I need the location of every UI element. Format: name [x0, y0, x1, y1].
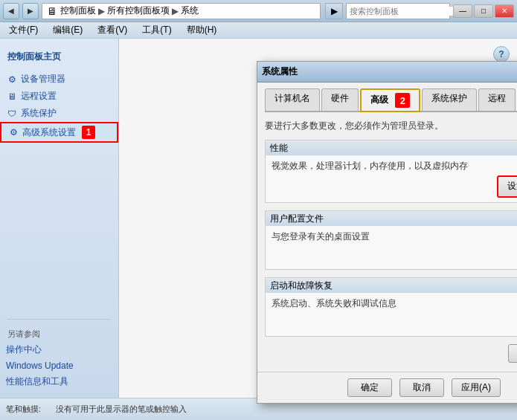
back-button[interactable]: ◀ [3, 3, 19, 19]
performance-title: 性能 [266, 140, 517, 155]
dialog-notice: 要进行大多数更改，您必须作为管理员登录。 [265, 120, 517, 132]
dialog-content: 计算机名 硬件 高级 2 系统保护 远程 要进行大多数更改，您必须作为管理员登录… [257, 83, 517, 372]
dialog-title: 系统属性 [262, 65, 517, 78]
sidebar-item-device-manager[interactable]: ⚙ 设备管理器 [0, 71, 118, 88]
forward-button[interactable]: ▶ [22, 3, 39, 19]
main-window: ◀ ▶ 🖥 控制面板 ▶ 所有控制面板项 ▶ 系统 ▶ 🔍 — □ ✕ 文件(F… [0, 0, 517, 420]
menu-bar: 文件(F) 编辑(E) 查看(V) 工具(T) 帮助(H) [0, 22, 517, 39]
startup-recovery-desc: 系统启动、系统失败和调试信息 [272, 297, 517, 310]
search-input[interactable] [347, 7, 455, 16]
close-button[interactable]: ✕ [495, 4, 514, 18]
minimize-button[interactable]: — [453, 4, 472, 18]
content-area: 控制面板主页 ⚙ 设备管理器 🖥 远程设置 🛡 系统保护 ⚙ 高级系统设置 1 … [0, 39, 517, 398]
menu-file[interactable]: 文件(F) [4, 23, 42, 37]
search-bar[interactable]: 🔍 [346, 3, 450, 19]
sidebar-item-action-center[interactable]: 操作中心 [0, 341, 118, 358]
main-content: 系统属性 ✕ 计算机名 硬件 高级 2 系统保护 远程 [119, 39, 517, 398]
tab-bar: 计算机名 硬件 高级 2 系统保护 远程 [265, 88, 517, 112]
performance-desc: 视觉效果，处理器计划，内存使用，以及虚拟内存 [272, 160, 517, 172]
sidebar-item-performance-info[interactable]: 性能信息和工具 [0, 373, 118, 390]
tab-remote[interactable]: 远程 [478, 88, 516, 111]
sidebar-item-windows-update[interactable]: Windows Update [0, 358, 118, 373]
advanced-settings-icon: ⚙ [7, 126, 19, 138]
system-properties-dialog: 系统属性 ✕ 计算机名 硬件 高级 2 系统保护 远程 [257, 61, 517, 404]
address-icon: 🖥 [47, 5, 57, 17]
startup-recovery-title: 启动和故障恢复 [266, 278, 517, 293]
nav-buttons: ◀ ▶ [3, 3, 39, 19]
sidebar-item-remote-settings[interactable]: 🖥 远程设置 [0, 88, 118, 105]
address-sep1: ▶ [98, 6, 105, 16]
sidebar-label-system-protection: 系统保护 [21, 107, 57, 120]
dialog-apply-button[interactable]: 应用(A) [452, 378, 501, 397]
annotation-badge-2: 2 [395, 93, 410, 108]
action-center-label: 操作中心 [6, 343, 42, 356]
sidebar-item-advanced-settings[interactable]: ⚙ 高级系统设置 1 [0, 122, 118, 143]
tab-system-protection[interactable]: 系统保护 [422, 88, 477, 111]
remote-settings-icon: 🖥 [6, 91, 18, 103]
help-button[interactable]: ? [493, 46, 510, 62]
performance-btn-row: 设置(S)... 3 [272, 175, 517, 198]
performance-info-label: 性能信息和工具 [6, 375, 68, 388]
user-profiles-btn-row: 设置(E)... [272, 246, 517, 265]
sidebar-title: 控制面板主页 [7, 51, 111, 63]
dialog-footer: 确定 取消 应用(A) [257, 372, 517, 403]
sidebar-header: 控制面板主页 [0, 46, 118, 71]
performance-section: 性能 视觉效果，处理器计划，内存使用，以及虚拟内存 设置(S)... 3 [265, 140, 517, 203]
sidebar-divider [7, 319, 111, 320]
windows-update-label: Windows Update [6, 361, 74, 371]
go-button[interactable]: ▶ [325, 3, 343, 19]
menu-view[interactable]: 查看(V) [93, 23, 132, 37]
tab-hardware[interactable]: 硬件 [321, 88, 359, 111]
menu-tools[interactable]: 工具(T) [138, 23, 176, 37]
menu-edit[interactable]: 编辑(E) [48, 23, 87, 37]
env-variables-row: 环境变量(N)... [265, 344, 517, 366]
user-profiles-section: 用户配置文件 与您登录有关的桌面设置 设置(E)... [265, 210, 517, 270]
sidebar-label-remote-settings: 远程设置 [21, 90, 57, 103]
sidebar: 控制面板主页 ⚙ 设备管理器 🖥 远程设置 🛡 系统保护 ⚙ 高级系统设置 1 … [0, 39, 119, 398]
maximize-button[interactable]: □ [474, 4, 493, 18]
address-bar[interactable]: 🖥 控制面板 ▶ 所有控制面板项 ▶ 系统 [42, 3, 321, 19]
annotation-badge-1: 1 [82, 126, 95, 139]
tab-computer-name[interactable]: 计算机名 [265, 88, 320, 111]
startup-recovery-section: 启动和故障恢复 系统启动、系统失败和调试信息 设置(T)... [265, 277, 517, 337]
address-part1: 所有控制面板项 [107, 4, 170, 17]
bottom-label2: 没有可用于此显示器的笔或触控输入 [56, 404, 187, 415]
dialog-ok-button[interactable]: 确定 [347, 378, 392, 397]
system-protection-icon: 🛡 [6, 108, 18, 120]
user-profiles-title: 用户配置文件 [266, 211, 517, 226]
menu-help[interactable]: 帮助(H) [182, 23, 222, 37]
bottom-label1: 笔和触摸: [6, 404, 41, 415]
dialog-cancel-button[interactable]: 取消 [399, 378, 444, 397]
startup-recovery-btn-row: 设置(T)... [272, 313, 517, 332]
sidebar-label-device-manager: 设备管理器 [21, 73, 65, 85]
title-bar: ◀ ▶ 🖥 控制面板 ▶ 所有控制面板项 ▶ 系统 ▶ 🔍 — □ ✕ [0, 0, 517, 22]
sidebar-label-advanced-settings: 高级系统设置 [22, 126, 76, 139]
sidebar-item-system-protection[interactable]: 🛡 系统保护 [0, 105, 118, 122]
device-manager-icon: ⚙ [6, 74, 18, 85]
performance-settings-button[interactable]: 设置(S)... 3 [497, 175, 517, 198]
address-part2: 系统 [181, 4, 199, 17]
tab-advanced[interactable]: 高级 2 [360, 88, 420, 112]
sidebar-also-title: 另请参阅 [0, 324, 118, 341]
user-profiles-desc: 与您登录有关的桌面设置 [272, 230, 517, 243]
address-sep2: ▶ [172, 6, 179, 16]
address-prefix: 控制面板 [60, 4, 96, 17]
env-variables-button[interactable]: 环境变量(N)... [508, 344, 517, 363]
window-controls: — □ ✕ [453, 4, 514, 18]
dialog-titlebar: 系统属性 ✕ [257, 62, 517, 83]
